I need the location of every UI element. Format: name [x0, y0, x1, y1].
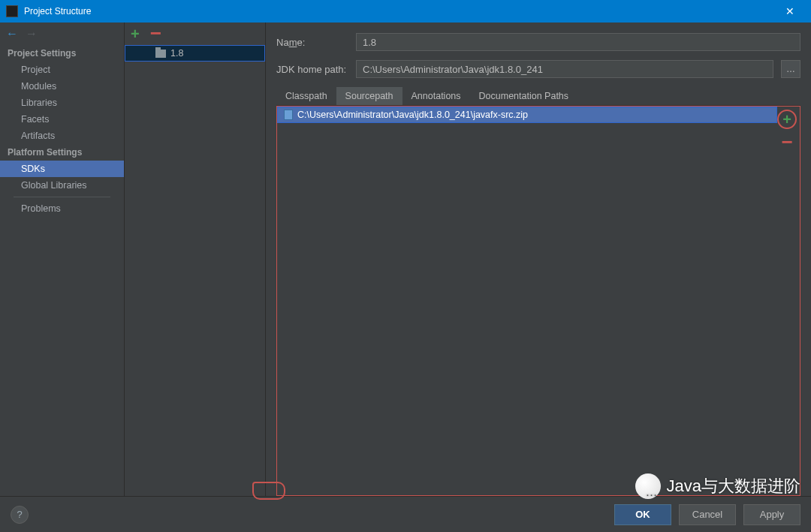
tab-documentation-paths[interactable]: Documentation Paths — [470, 87, 578, 105]
sidebar-item-problems[interactable]: Problems — [0, 200, 124, 217]
name-label: Name: — [276, 37, 348, 48]
sdk-list-column: + − 1.8 — [125, 23, 266, 496]
sourcepath-row[interactable]: C:\Users\Administrator\Java\jdk1.8.0_241… — [277, 107, 777, 123]
sidebar-item-global-libraries[interactable]: Global Libraries — [0, 177, 124, 194]
sdk-folder-icon — [155, 50, 166, 58]
tab-annotations[interactable]: Annotations — [402, 87, 470, 105]
sidebar-nav: ← → — [0, 23, 124, 45]
browse-home-path-button[interactable]: … — [781, 60, 800, 78]
sidebar-item-artifacts[interactable]: Artifacts — [0, 128, 124, 144]
section-project-settings: Project Settings — [0, 45, 124, 62]
home-path-label: JDK home path: — [276, 64, 348, 75]
forward-arrow-icon[interactable]: → — [26, 27, 38, 41]
back-arrow-icon[interactable]: ← — [6, 27, 18, 41]
jdk-home-path-input[interactable] — [356, 60, 773, 78]
sourcepath-row-label: C:\Users\Administrator\Java\jdk1.8.0_241… — [297, 110, 528, 120]
sidebar-item-project[interactable]: Project — [0, 62, 124, 78]
sdk-name-input[interactable] — [356, 33, 800, 51]
ok-button[interactable]: OK — [614, 504, 671, 525]
sidebar-item-libraries[interactable]: Libraries — [0, 95, 124, 111]
archive-icon — [284, 110, 293, 120]
sdk-list-toolbar: + − — [125, 23, 265, 45]
add-sourcepath-button[interactable]: + — [782, 112, 791, 127]
titlebar: Project Structure ✕ — [0, 0, 811, 23]
dialog-button-bar: ? OK Cancel Apply — [0, 496, 811, 532]
cancel-button[interactable]: Cancel — [679, 504, 736, 525]
sidebar-separator — [14, 197, 110, 197]
window-title: Project Structure — [24, 6, 775, 17]
add-sdk-button[interactable]: + — [131, 26, 140, 41]
remove-sourcepath-button[interactable]: − — [781, 137, 792, 149]
tab-classpath[interactable]: Classpath — [276, 87, 336, 105]
annotation-circle: + — [777, 110, 797, 129]
sdk-list-item[interactable]: 1.8 — [125, 45, 265, 62]
close-button[interactable]: ✕ — [775, 0, 805, 23]
help-button[interactable]: ? — [11, 506, 29, 524]
app-icon — [6, 5, 18, 17]
remove-sdk-button[interactable]: − — [150, 28, 161, 40]
sdk-list-item-label: 1.8 — [170, 48, 183, 59]
sourcepath-list: C:\Users\Administrator\Java\jdk1.8.0_241… — [276, 106, 800, 496]
sdk-tabs: Classpath Sourcepath Annotations Documen… — [276, 87, 800, 106]
sidebar-item-facets[interactable]: Facets — [0, 111, 124, 128]
sidebar-item-sdks[interactable]: SDKs — [0, 161, 124, 177]
tab-sourcepath[interactable]: Sourcepath — [336, 87, 402, 105]
detail-panel: Name: JDK home path: … Classpath Sourcep… — [266, 23, 811, 496]
sidebar: ← → Project Settings Project Modules Lib… — [0, 23, 125, 496]
apply-button[interactable]: Apply — [743, 504, 800, 525]
section-platform-settings: Platform Settings — [0, 144, 124, 161]
sidebar-item-modules[interactable]: Modules — [0, 78, 124, 95]
